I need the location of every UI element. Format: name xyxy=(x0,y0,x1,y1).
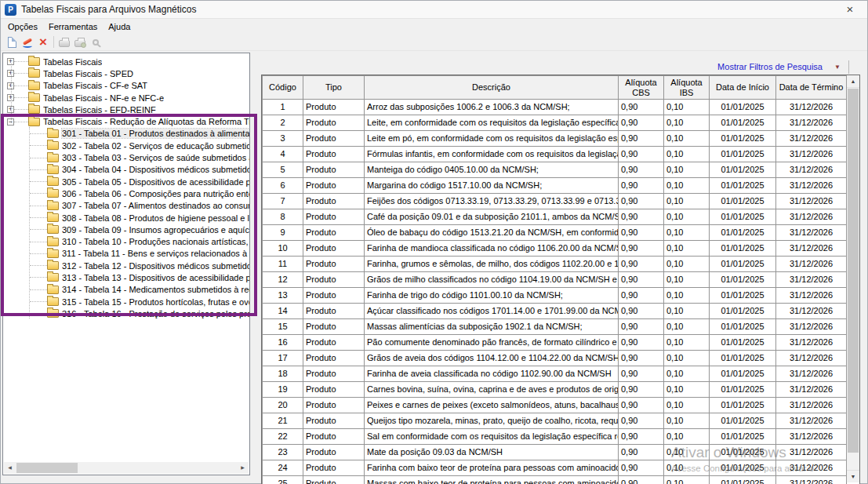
tree-child-label[interactable]: 313 - Tabela 13 - Dispositivos de acessi… xyxy=(62,273,249,282)
column-header-5[interactable]: Data de Início xyxy=(710,76,776,100)
table-row[interactable]: 23ProdutoMate da posição 09.03 da NCM/SH… xyxy=(263,445,847,460)
edit-record-button[interactable] xyxy=(20,35,35,50)
tree-child-label[interactable]: 307 - Tabela 07 - Alimentos destinados a… xyxy=(62,201,249,210)
tree-child-node-301[interactable]: 301 - Tabela 01 - Produtos destinados à … xyxy=(3,128,249,140)
table-row[interactable]: 6Produto Margarina do código 1517.10.00 … xyxy=(263,178,847,194)
tree-node-3[interactable]: +Tabelas Fiscais - NF-e e NFC-e xyxy=(3,92,249,104)
tree-child-node-316[interactable]: 316 - Tabela 16 - Prestação de serviços … xyxy=(3,308,249,319)
close-icon[interactable]: × xyxy=(842,2,858,16)
show-filters-link[interactable]: Mostrar Filtros de Pesquisa xyxy=(717,62,823,71)
tree-child-node-306[interactable]: 306 - Tabela 06 - Composições para nutri… xyxy=(3,187,249,199)
table-row[interactable]: 14ProdutoAçúcar classificado nos códigos… xyxy=(263,304,847,319)
table-row[interactable]: 11ProdutoFarinha, grumos e sêmolas, de m… xyxy=(263,257,847,272)
tree-child-node-308[interactable]: 308 - Tabela 08 - Produtos de higiene pe… xyxy=(3,212,249,224)
table-row[interactable]: 9ProdutoÓleo de babaçu do código 1513.21… xyxy=(263,225,847,241)
tree-connector xyxy=(14,86,28,86)
tree-child-node-310[interactable]: 310 - Tabela 10 - Produções nacionais ar… xyxy=(3,235,249,247)
column-header-1[interactable]: Tipo xyxy=(303,76,365,100)
tree-child-label[interactable]: 316 - Tabela 16 - Prestação de serviços … xyxy=(62,309,249,318)
tree-child-node-311[interactable]: 311 - Tabela 11 - Bens e serviços relaci… xyxy=(3,248,249,260)
tree-node-2[interactable]: +Tabelas Fiscais - CF-e SAT xyxy=(3,80,249,92)
tree-node-label[interactable]: Tabelas Fiscais xyxy=(43,57,102,67)
tree-child-label[interactable]: 304 - Tabela 04 - Dispositivos médicos s… xyxy=(62,165,249,174)
tree-child-label[interactable]: 308 - Tabela 08 - Produtos de higiene pe… xyxy=(62,213,249,223)
table-row[interactable]: 1ProdutoArroz das subposições 1006.2 e 1… xyxy=(263,100,847,115)
tree-child-label[interactable]: 301 - Tabela 01 - Produtos destinados à … xyxy=(62,129,249,138)
new-record-button[interactable] xyxy=(4,35,20,50)
scrollbar-thumb[interactable] xyxy=(848,89,859,453)
column-header-6[interactable]: Data de Término xyxy=(776,76,847,100)
table-row[interactable]: 2ProdutoLeite, em conformidade com os re… xyxy=(263,115,847,131)
table-row[interactable]: 16ProdutoPão comumente denominado pão fr… xyxy=(263,335,847,351)
tree-node-label[interactable]: Tabelas Fiscais - CF-e SAT xyxy=(43,81,147,90)
table-row[interactable]: 24ProdutoFarinha com baixo teor de prote… xyxy=(263,460,847,476)
tree-node-1[interactable]: +Tabelas Fiscais - SPED xyxy=(3,67,249,79)
menu-item-2[interactable]: Ajuda xyxy=(103,20,136,34)
tree-child-node-305[interactable]: 305 - Tabela 05 - Dispositivos de acessi… xyxy=(3,176,249,187)
table-vertical-scrollbar[interactable]: ▲ ▼ xyxy=(846,75,859,482)
column-header-2[interactable]: Descrição xyxy=(365,76,619,100)
table-row[interactable]: 18ProdutoFarinha de aveia classificada n… xyxy=(263,366,847,382)
scroll-right-icon[interactable]: ▶ xyxy=(237,462,249,474)
table-row[interactable]: 4ProdutoFórmulas infantis, em conformida… xyxy=(263,147,847,162)
app-icon: P xyxy=(5,4,16,16)
cell-ini: 01/01/2025 xyxy=(710,382,776,398)
tree-child-node-302[interactable]: 302 - Tabela 02 - Serviços de educação s… xyxy=(3,140,249,151)
column-header-0[interactable]: Código xyxy=(263,76,303,100)
tree-child-node-315[interactable]: 315 - Tabela 15 - Produtos hortícolas, f… xyxy=(3,296,249,308)
tree-child-label[interactable]: 309 - Tabela 09 - Insumos agropecuários … xyxy=(62,225,249,235)
table-row[interactable]: 13ProdutoFarinha de trigo do código 1101… xyxy=(263,288,847,304)
tree-node-label[interactable]: Tabelas Fiscais - Redução de Alíquotas d… xyxy=(43,117,249,126)
tree-node-4[interactable]: +Tabelas Fiscais - EFD-REINF xyxy=(3,104,249,115)
tree-horizontal-scrollbar[interactable]: ◀ ▶ xyxy=(4,462,249,474)
tree-node-0[interactable]: +Tabelas Fiscais xyxy=(3,56,249,67)
table-row[interactable]: 21ProdutoQueijos tipo mozarela, minas, p… xyxy=(263,413,847,429)
table-row[interactable]: 15ProdutoMassas alimentícias da subposiç… xyxy=(263,319,847,335)
tree-child-node-304[interactable]: 304 - Tabela 04 - Dispositivos médicos s… xyxy=(3,164,249,176)
tree-child-node-314[interactable]: 314 - Tabela 14 - Medicamentos submetido… xyxy=(3,284,249,296)
cell-ter: 31/12/2026 xyxy=(776,147,847,162)
scrollbar-thumb[interactable] xyxy=(16,463,78,473)
tree-node-label[interactable]: Tabelas Fiscais - EFD-REINF xyxy=(43,105,156,115)
table-row[interactable]: 5ProdutoManteiga do código 0405.10.00 da… xyxy=(263,162,847,178)
tree-child-label[interactable]: 303 - Tabela 03 - Serviços de saúde subm… xyxy=(62,153,249,162)
tree-child-node-309[interactable]: 309 - Tabela 09 - Insumos agropecuários … xyxy=(3,224,249,235)
menu-item-1[interactable]: Ferramentas xyxy=(43,20,103,34)
table-row[interactable]: 17ProdutoGrãos de aveia dos códigos 1104… xyxy=(263,351,847,366)
tree-child-label[interactable]: 302 - Tabela 02 - Serviços de educação s… xyxy=(62,141,249,151)
table-row[interactable]: 7ProdutoFeijões dos códigos 0713.33.19, … xyxy=(263,194,847,209)
table-row[interactable]: 12ProdutoGrãos de milho classificados no… xyxy=(263,272,847,288)
table-row[interactable]: 3ProdutoLeite em pó, em conformidade com… xyxy=(263,131,847,147)
scroll-left-icon[interactable]: ◀ xyxy=(4,462,16,474)
scroll-down-icon[interactable]: ▼ xyxy=(847,470,859,482)
column-header-4[interactable]: Alíquota IBS xyxy=(664,76,710,100)
tree-child-label[interactable]: 310 - Tabela 10 - Produções nacionais ar… xyxy=(62,237,249,246)
tree-child-label[interactable]: 311 - Tabela 11 - Bens e serviços relaci… xyxy=(62,249,249,258)
tree-child-label[interactable]: 306 - Tabela 06 - Composições para nutri… xyxy=(62,189,249,198)
column-header-3[interactable]: Alíquota CBS xyxy=(619,76,664,100)
tree-child-label[interactable]: 312 - Tabela 12 - Dispositivos médicos s… xyxy=(62,261,249,271)
tree-node-5[interactable]: −Tabelas Fiscais - Redução de Alíquotas … xyxy=(3,115,249,127)
filters-dropdown-button[interactable]: ▼ xyxy=(829,62,846,73)
tree-child-node-313[interactable]: 313 - Tabela 13 - Dispositivos de acessi… xyxy=(3,271,249,283)
table-row[interactable]: 10ProdutoFarinha de mandioca classificad… xyxy=(263,241,847,257)
table-row[interactable]: 25ProdutoMassas com baixo teor de proteí… xyxy=(263,476,847,484)
tree-child-label[interactable]: 314 - Tabela 14 - Medicamentos submetido… xyxy=(62,285,249,294)
tree-node-label[interactable]: Tabelas Fiscais - NF-e e NFC-e xyxy=(43,93,164,103)
scroll-up-icon[interactable]: ▲ xyxy=(847,75,859,88)
table-row[interactable]: 8ProdutoCafé da posição 09.01 e da subpo… xyxy=(263,209,847,225)
tree-child-node-312[interactable]: 312 - Tabela 12 - Dispositivos médicos s… xyxy=(3,260,249,271)
table-row[interactable]: 19ProdutoCarnes bovina, suína, ovina, ca… xyxy=(263,382,847,398)
table-row[interactable]: 22ProdutoSal em conformidade com os requ… xyxy=(263,429,847,445)
cell-ibs: 0,10 xyxy=(664,460,710,476)
tree-child-node-303[interactable]: 303 - Tabela 03 - Serviços de saúde subm… xyxy=(3,151,249,163)
tree-child-label[interactable]: 315 - Tabela 15 - Produtos hortícolas, f… xyxy=(62,297,249,307)
tree-child-node-307[interactable]: 307 - Tabela 07 - Alimentos destinados a… xyxy=(3,200,249,212)
tree-node-label[interactable]: Tabelas Fiscais - SPED xyxy=(43,69,133,78)
delete-record-button[interactable]: × xyxy=(35,35,51,50)
menu-item-0[interactable]: Opções xyxy=(2,20,43,34)
cell-desc: Margarina do código 1517.10.00 da NCM/SH… xyxy=(365,178,619,194)
cell-tipo: Produto xyxy=(303,319,365,335)
tree-child-label[interactable]: 305 - Tabela 05 - Dispositivos de acessi… xyxy=(62,177,249,187)
table-row[interactable]: 20ProdutoPeixes e carnes de peixes (exce… xyxy=(263,398,847,413)
